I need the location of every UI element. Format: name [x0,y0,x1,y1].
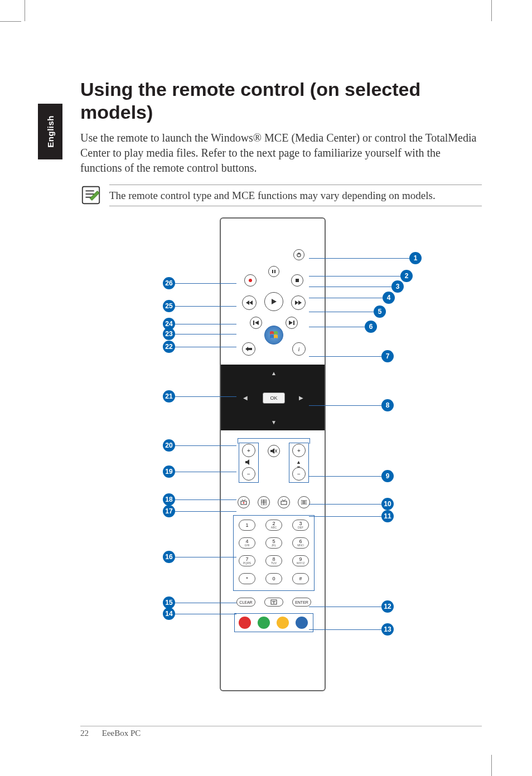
windows-mce-button [264,326,283,345]
note-text: The remote control type and MCE function… [109,188,482,203]
info-button: i [292,342,306,356]
ok-button: OK [263,392,285,404]
callout-20: 20 [163,439,236,452]
color-button-1 [258,617,270,629]
svg-rect-6 [272,270,273,273]
skip-forward-button [286,317,298,329]
dpad-up-icon: ▲ [271,370,277,376]
dvd-menu-button [298,496,310,508]
callout-9: 9 [309,470,394,482]
callout-12: 12 [309,600,394,613]
callout-10: 10 [309,498,394,510]
callout-22: 22 [163,341,236,353]
keypad-4: 4GHI [239,537,255,549]
intro-paragraph: Use the remote to launch the Windows® MC… [80,130,482,176]
callout-1: 1 [309,252,422,264]
callout-16: 16 [163,551,236,563]
keypad-1: 1 [239,520,255,531]
teletext-button [264,598,283,607]
enter-button: ENTER [292,598,311,607]
volume-down-button: − [242,467,255,481]
svg-marker-19 [270,448,274,454]
guide-button [258,496,270,508]
stop-button [291,274,303,287]
callout-13: 13 [309,623,394,636]
clear-button: CLEAR [236,598,255,607]
callout-25: 25 [163,300,236,312]
dpad-left-icon: ◀ [243,395,248,401]
svg-rect-7 [274,270,275,273]
record-button [244,274,257,287]
svg-marker-12 [272,299,277,304]
callout-7: 7 [309,350,394,362]
svg-marker-13 [295,300,298,305]
callout-14: 14 [163,608,236,620]
color-button-2 [277,617,289,629]
volume-icon [245,459,252,465]
fast-forward-button [291,295,306,310]
callout-23: 23 [163,328,236,340]
keypad-8: 8TUV [265,555,282,566]
page-title: Using the remote control (on selected mo… [80,78,482,124]
callout-17: 17 [163,505,236,517]
svg-marker-17 [289,321,293,325]
live-tv-button [278,496,290,508]
keypad-#: # [292,573,309,584]
keypad-6: 6MNO [292,537,309,549]
keypad-5: 5JKL [265,537,282,549]
play-button [264,292,283,311]
svg-point-8 [249,279,252,282]
svg-marker-14 [298,300,302,305]
volume-up-button: + [242,444,255,457]
rewind-button [242,295,257,310]
note-box: The remote control type and MCE function… [80,185,482,207]
remote-diagram: i ▲ ▼ ◀ ▶ OK + − + ▲▼ − [125,217,437,691]
language-tab-label: English [46,115,55,148]
channel-down-button: − [292,467,306,481]
keypad-3: 3DEF [292,520,309,531]
skip-back-button [250,317,262,329]
svg-marker-22 [245,459,249,465]
page-number: 22 [80,729,89,738]
dpad-right-icon: ▶ [299,395,303,401]
callout-21: 21 [163,390,236,402]
svg-point-26 [243,502,245,504]
callout-3: 3 [309,280,404,293]
svg-marker-11 [249,300,253,305]
svg-rect-15 [253,321,254,325]
callout-26: 26 [163,277,236,289]
dpad-down-icon: ▼ [271,419,277,425]
keypad-7: 7PQRS [239,555,255,566]
page-footer: 22 EeeBox PC [80,726,482,738]
footer-doc-title: EeeBox PC [102,729,141,738]
power-button [293,249,304,260]
keypad-*: * [239,573,255,584]
note-text-wrap: The remote control type and MCE function… [109,185,482,207]
svg-rect-9 [296,279,299,282]
color-button-0 [239,617,251,629]
svg-marker-10 [246,300,249,305]
page-content: Using the remote control (on selected mo… [80,78,482,691]
callout-4: 4 [309,292,395,304]
note-icon [80,185,101,206]
recorded-tv-button [238,496,250,508]
callout-11: 11 [309,510,394,522]
group-mute-box [238,438,310,444]
color-button-3 [296,617,308,629]
callout-15: 15 [163,596,236,609]
callout-19: 19 [163,465,236,478]
back-button [242,342,255,356]
callout-5: 5 [309,305,386,318]
keypad-2: 2ABC [265,520,282,531]
mute-button [268,445,280,457]
pause-button [268,266,279,277]
language-tab: English [38,104,62,159]
svg-marker-16 [255,321,259,325]
keypad-9: 9WXYZ [292,555,309,566]
keypad-0: 0 [265,573,282,584]
callout-18: 18 [163,493,236,506]
channel-up-button: + [292,444,306,457]
callout-8: 8 [309,399,394,411]
callout-6: 6 [309,321,377,333]
svg-rect-31 [281,501,287,505]
